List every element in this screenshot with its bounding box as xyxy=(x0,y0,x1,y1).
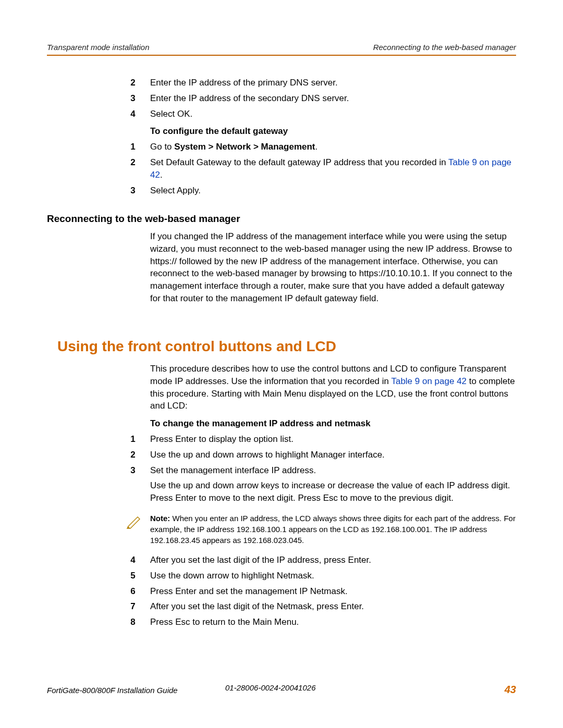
text: Go to xyxy=(150,142,174,152)
step-row: 3 Set the management interface IP addres… xyxy=(47,464,516,504)
step-number: 3 xyxy=(126,464,140,504)
step-row: 2 Set Default Gateway to the default gat… xyxy=(47,156,516,181)
text: When you enter an IP address, the LCD al… xyxy=(150,514,516,545)
footer-left: FortiGate-800/800F Installation Guide xyxy=(47,685,178,696)
header-rule xyxy=(47,55,516,56)
step-number: 1 xyxy=(126,141,140,153)
step-row: 3 Enter the IP address of the secondary … xyxy=(47,92,516,105)
step-text: After you set the last digit of the IP a… xyxy=(140,554,516,566)
text: Use the up and down arrow keys to increa… xyxy=(150,479,516,504)
running-footer: FortiGate-800/800F Installation Guide 01… xyxy=(47,682,516,697)
step-number: 2 xyxy=(126,77,140,89)
step-number: 4 xyxy=(126,554,140,566)
step-number: 7 xyxy=(126,600,140,613)
body-paragraph: This procedure describes how to use the … xyxy=(150,363,516,412)
step-row: 7 After you set the last digit of the Ne… xyxy=(47,600,516,613)
step-text: Press Enter to display the option list. xyxy=(140,433,516,446)
step-row: 1 Press Enter to display the option list… xyxy=(47,433,516,446)
step-number: 3 xyxy=(126,184,140,197)
step-row: 8 Press Esc to return to the Main Menu. xyxy=(47,616,516,628)
step-number: 2 xyxy=(126,449,140,461)
step-number: 8 xyxy=(126,616,140,628)
note-icon xyxy=(126,513,144,534)
step-number: 5 xyxy=(126,570,140,582)
header-right: Reconnecting to the web-based manager xyxy=(373,42,516,53)
step-text: Press Enter and set the management IP Ne… xyxy=(140,585,516,598)
step-number: 2 xyxy=(126,156,140,181)
step-text: Go to System > Network > Management. xyxy=(140,141,516,153)
step-number: 6 xyxy=(126,585,140,598)
note-block: Note: When you enter an IP address, the … xyxy=(126,513,516,546)
step-row: 2 Use the up and down arrows to highligh… xyxy=(47,449,516,461)
note-pencil-icon xyxy=(126,514,142,529)
step-text: Enter the IP address of the secondary DN… xyxy=(140,92,516,105)
step-number: 4 xyxy=(126,108,140,120)
step-row: 4 After you set the last digit of the IP… xyxy=(47,554,516,566)
footer-center: 01-28006-0024-20041026 xyxy=(225,682,316,693)
cross-reference-link[interactable]: Table 9 on page 42 xyxy=(391,376,467,386)
page: Transparent mode installation Reconnecti… xyxy=(0,0,563,728)
subheading-configure-gateway: To configure the default gateway xyxy=(150,125,516,138)
step-text: Use the down arrow to highlight Netmask. xyxy=(140,570,516,582)
step-number: 3 xyxy=(126,92,140,105)
step-text: Use the up and down arrows to highlight … xyxy=(140,449,516,461)
step-row: 4 Select OK. xyxy=(47,108,516,120)
header-left: Transparent mode installation xyxy=(47,42,150,53)
step-row: 2 Enter the IP address of the primary DN… xyxy=(47,77,516,89)
step-number: 1 xyxy=(126,433,140,446)
step-row: 1 Go to System > Network > Management. xyxy=(47,141,516,153)
step-row: 6 Press Enter and set the management IP … xyxy=(47,585,516,598)
note-text: Note: When you enter an IP address, the … xyxy=(144,513,516,546)
subheading-change-mgmt-ip: To change the management IP address and … xyxy=(150,417,516,430)
step-row: 5 Use the down arrow to highlight Netmas… xyxy=(47,570,516,582)
major-heading-lcd: Using the front control buttons and LCD xyxy=(57,336,516,356)
step-text: Set Default Gateway to the default gatew… xyxy=(140,156,516,181)
note-label: Note: xyxy=(150,514,170,523)
step-text: Enter the IP address of the primary DNS … xyxy=(140,77,516,89)
page-number: 43 xyxy=(505,682,516,697)
body-paragraph: If you changed the IP address of the man… xyxy=(150,230,516,305)
step-text: After you set the last digit of the Netm… xyxy=(140,600,516,613)
text: Set the management interface IP address. xyxy=(150,464,516,477)
step-text: Select Apply. xyxy=(140,184,516,197)
step-row: 3 Select Apply. xyxy=(47,184,516,197)
text: . xyxy=(160,170,163,180)
section-heading-reconnecting: Reconnecting to the web-based manager xyxy=(47,212,516,226)
step-text: Set the management interface IP address.… xyxy=(140,464,516,504)
text: Set Default Gateway to the default gatew… xyxy=(150,157,448,167)
running-header: Transparent mode installation Reconnecti… xyxy=(47,42,516,53)
menu-path: System > Network > Management xyxy=(174,142,315,152)
text: . xyxy=(315,142,318,152)
step-text: Press Esc to return to the Main Menu. xyxy=(140,616,516,628)
step-text: Select OK. xyxy=(140,108,516,120)
